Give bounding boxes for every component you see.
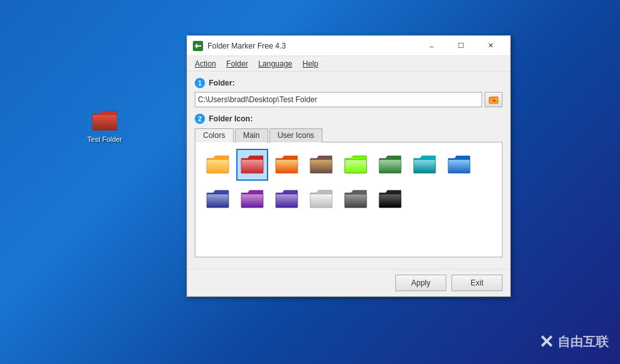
watermark: ✕ 自由互联	[539, 331, 609, 353]
folder-item-cyan[interactable]	[409, 149, 441, 181]
folder-section-icon: 1	[195, 78, 205, 88]
menu-help[interactable]: Help	[298, 56, 324, 71]
icon-section-label: Folder Icon:	[209, 114, 253, 123]
main-window: Folder Marker Free 4.3 – ☐ ✕ Action Fold…	[186, 35, 511, 297]
folder-item-yellow[interactable]	[202, 149, 234, 181]
desktop-folder-icon	[91, 109, 118, 133]
folder-item-lime[interactable]	[340, 149, 372, 181]
svg-rect-16	[345, 194, 367, 208]
minimize-button[interactable]: –	[417, 36, 446, 56]
icon-section-icon: 2	[195, 114, 205, 124]
svg-rect-9	[379, 160, 401, 173]
menu-language[interactable]: Language	[253, 56, 297, 71]
svg-rect-12	[207, 194, 229, 208]
folder-path-input[interactable]	[195, 92, 482, 107]
exit-button[interactable]: Exit	[451, 275, 503, 291]
svg-rect-5	[241, 160, 263, 173]
folder-item-indigo[interactable]	[202, 183, 234, 215]
folder-item-orange[interactable]	[271, 149, 303, 181]
folder-item-silver[interactable]	[305, 183, 337, 215]
folder-item-purple[interactable]	[271, 183, 303, 215]
svg-rect-14	[276, 194, 298, 208]
icon-tabs: Colors Main User Icons	[195, 128, 503, 142]
tab-user-icons[interactable]: User Icons	[269, 128, 322, 142]
desktop-icon-label: Test Folder	[87, 135, 122, 143]
watermark-icon: ✕	[539, 331, 554, 353]
folder-section-label: Folder:	[209, 79, 235, 87]
folder-item-blue[interactable]	[443, 149, 475, 181]
desktop-icon-test-folder[interactable]: Test Folder	[82, 109, 128, 143]
svg-rect-4	[207, 160, 229, 173]
svg-rect-13	[241, 194, 263, 208]
folder-item-black[interactable]	[374, 183, 406, 215]
svg-rect-8	[345, 160, 367, 173]
browse-icon	[488, 95, 499, 104]
maximize-button[interactable]: ☐	[446, 36, 476, 56]
window-title: Folder Marker Free 4.3	[208, 42, 417, 50]
apply-button[interactable]: Apply	[395, 275, 446, 291]
folder-item-brown[interactable]	[305, 149, 337, 181]
menu-bar: Action Folder Language Help	[187, 56, 510, 72]
folder-section-header: 1 Folder:	[195, 78, 503, 88]
menu-folder[interactable]: Folder	[221, 56, 253, 71]
tab-colors[interactable]: Colors	[195, 128, 234, 142]
svg-rect-7	[310, 160, 332, 173]
bottom-bar: Apply Exit	[187, 269, 510, 296]
menu-action[interactable]: Action	[190, 56, 221, 71]
icon-grid	[202, 149, 495, 215]
icon-grid-container	[195, 142, 503, 257]
folder-icon-section: 2 Folder Icon: Colors Main User Icons	[195, 114, 503, 257]
svg-rect-17	[379, 194, 401, 208]
svg-rect-6	[276, 160, 298, 173]
browse-button[interactable]	[485, 92, 503, 107]
svg-rect-3	[492, 100, 496, 102]
svg-rect-15	[310, 194, 332, 208]
folder-path-row	[195, 92, 503, 107]
folder-item-red[interactable]	[236, 149, 268, 181]
app-icon	[192, 40, 204, 52]
watermark-text: 自由互联	[557, 333, 609, 351]
close-button[interactable]: ✕	[476, 36, 505, 56]
title-bar: Folder Marker Free 4.3 – ☐ ✕	[187, 36, 510, 56]
svg-rect-11	[448, 160, 470, 173]
content-area: 1 Folder: 2 Folder Icon:	[187, 72, 510, 269]
folder-item-violet[interactable]	[236, 183, 268, 215]
folder-item-green[interactable]	[374, 149, 406, 181]
svg-rect-10	[414, 160, 435, 173]
folder-item-gray[interactable]	[340, 183, 372, 215]
icon-section-header: 2 Folder Icon:	[195, 114, 503, 124]
tab-main[interactable]: Main	[235, 128, 268, 142]
window-controls: – ☐ ✕	[417, 36, 505, 56]
desktop: Test Folder Folder Marker Free 4.3 – ☐ ✕…	[0, 0, 620, 364]
